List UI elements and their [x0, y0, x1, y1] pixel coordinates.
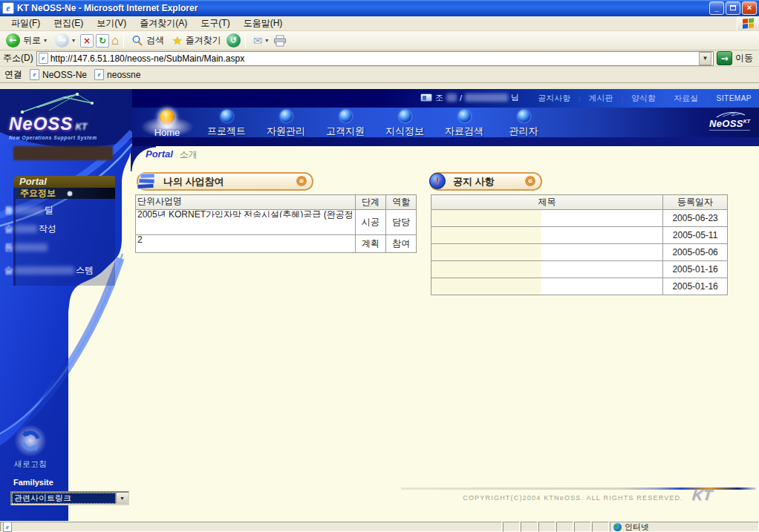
link-notice[interactable]: 공지사항 [538, 93, 570, 104]
link-forms[interactable]: 양식함 [631, 93, 656, 104]
forward-button[interactable]: → ▾ [52, 32, 78, 50]
nav-customer[interactable]: 고객지원 [316, 108, 375, 137]
magnifier-icon [131, 35, 143, 47]
sidebar-item[interactable]: 틀 딜 [4, 205, 53, 215]
sidebar-item[interactable]: 슬 스템 [4, 265, 94, 275]
search-button[interactable]: 검색 [128, 32, 167, 50]
nav-resource[interactable]: 자원관리 [256, 108, 316, 137]
copyright-text: COPYRIGHT(C)2004 KTNeOSS. ALL RIGHTS RES… [446, 494, 683, 502]
nav-project[interactable]: 프로젝트 [197, 108, 256, 137]
address-url[interactable]: http://147.6.51.180/neoss-ne/SubMain/Mai… [51, 53, 697, 64]
restore-icon [730, 5, 736, 10]
menu-help[interactable]: 도움말(H) [237, 17, 290, 30]
history-icon: ↺ [230, 36, 237, 45]
stage-cell: 시공 [355, 210, 386, 235]
breadcrumb-root: Portal [146, 148, 173, 160]
familysite-label: Familysite [13, 478, 53, 487]
forward-dropdown-icon[interactable]: ▾ [72, 37, 75, 44]
print-button[interactable] [273, 35, 287, 47]
status-panel [592, 522, 609, 532]
participation-table: 단위사업명 단계 역할 2005년 KORNET가입자망 전송시설(추혜)공급 … [135, 194, 417, 253]
go-icon: → [717, 51, 732, 65]
orb-icon [221, 110, 233, 122]
go-button[interactable]: → 이동 [717, 51, 756, 65]
refresh-icon: ↻ [99, 36, 106, 46]
notice-title-cell[interactable] [431, 278, 663, 295]
address-label: 주소(D) [3, 52, 33, 65]
table-row: 2005-06-23 [431, 210, 728, 227]
project-name-cell[interactable]: 2 [136, 235, 356, 253]
link-sitemap[interactable]: SITEMAP [717, 94, 752, 102]
orb-icon [280, 110, 293, 122]
menu-view[interactable]: 보기(V) [90, 17, 133, 30]
select-arrow-icon[interactable]: ▼ [116, 493, 128, 504]
back-button[interactable]: ← 뒤로 ▾ [3, 32, 50, 50]
mail-button[interactable]: ✉ ▾ [250, 32, 272, 50]
books-icon [135, 171, 157, 191]
notice-title-cell[interactable] [431, 261, 663, 278]
links-bar: 연결 e NeOSS-Ne e neossne [0, 67, 759, 83]
project-name-cell[interactable]: 2005년 KORNET가입자망 전송시설(추혜)공급 (완공정 [136, 210, 356, 235]
orb-icon [399, 110, 411, 122]
redacted-area [431, 244, 541, 260]
link-archive[interactable]: 자료실 [674, 93, 698, 104]
links-label: 연결 [4, 68, 22, 81]
familysite-select[interactable]: 관련사이트링크 ▼ [10, 491, 129, 505]
page-icon: e [30, 69, 39, 80]
mini-neoss-logo: NeOSSKT [709, 111, 750, 132]
browser-window: e KT NeOSS-Ne - Microsoft Internet Explo… [0, 0, 759, 532]
link-neossne[interactable]: e neossne [94, 69, 140, 80]
role-cell: 담당 [386, 210, 417, 235]
close-button[interactable]: × [742, 1, 757, 15]
user-honorific: 님 [511, 92, 519, 103]
menu-tools[interactable]: 도구(T) [194, 17, 236, 30]
refresh-label: 새로고침 [7, 459, 53, 470]
link-neoss-ne[interactable]: e NeOSS-Ne [30, 69, 87, 80]
back-icon: ← [6, 33, 20, 47]
home-button[interactable]: ⌂ [111, 34, 119, 47]
back-label: 뒤로 [23, 34, 41, 47]
redacted-area [431, 210, 541, 226]
star-icon: ★ [172, 34, 182, 47]
status-bar: e 인터넷 [0, 521, 759, 532]
stop-icon: × [83, 36, 91, 46]
nav-admin[interactable]: 관리자 [494, 108, 553, 137]
redacted-text [15, 206, 43, 214]
sidebar-item[interactable]: 슬 작성 [4, 223, 56, 234]
nav-search[interactable]: 자료검색 [434, 108, 494, 137]
history-button[interactable]: ↺ [227, 33, 241, 47]
table-header-row: 단위사업명 단계 역할 [136, 195, 417, 210]
notice-title-cell[interactable] [431, 210, 663, 227]
address-dropdown-button[interactable]: ▼ [699, 52, 711, 65]
link-board[interactable]: 게시판 [589, 93, 613, 104]
menu-edit[interactable]: 편집(E) [47, 17, 90, 30]
favorites-button[interactable]: ★ 즐겨찾기 [169, 32, 224, 50]
back-dropdown-icon[interactable]: ▾ [44, 37, 47, 44]
redacted-text [465, 93, 508, 102]
redacted-text [15, 266, 74, 275]
status-panel [574, 522, 591, 532]
minimize-button[interactable]: _ [709, 1, 724, 15]
restore-button[interactable] [726, 1, 740, 15]
notice-title-cell[interactable] [431, 227, 663, 244]
refresh-widget[interactable]: 새로고침 [7, 424, 53, 470]
notice-title-cell[interactable] [431, 244, 663, 261]
redacted-area [431, 227, 541, 243]
address-input[interactable]: e http://147.6.51.180/neoss-ne/SubMain/M… [36, 51, 714, 66]
sidebar-item[interactable]: 틈 [4, 242, 49, 252]
nav-home[interactable]: Home [137, 108, 197, 137]
breadcrumb-current: 소개 [180, 148, 198, 161]
section-ring-button[interactable] [525, 176, 535, 186]
logo-tagline: New Operations Support System [9, 135, 126, 140]
mail-dropdown-icon[interactable]: ▾ [265, 37, 268, 44]
nav-knowledge[interactable]: 지식정보 [375, 108, 434, 137]
refresh-button[interactable]: ↻ [96, 34, 109, 47]
user-name-slash: / [460, 93, 462, 102]
menu-file[interactable]: 파일(F) [4, 17, 47, 30]
section-ring-button[interactable] [296, 176, 307, 186]
exclamation-icon: ! [429, 173, 446, 189]
portal-menu-header: Portal [13, 176, 115, 188]
stop-button[interactable]: × [80, 34, 94, 47]
redacted-user-box [13, 146, 113, 160]
menu-favorites[interactable]: 즐겨찾기(A) [133, 17, 194, 30]
